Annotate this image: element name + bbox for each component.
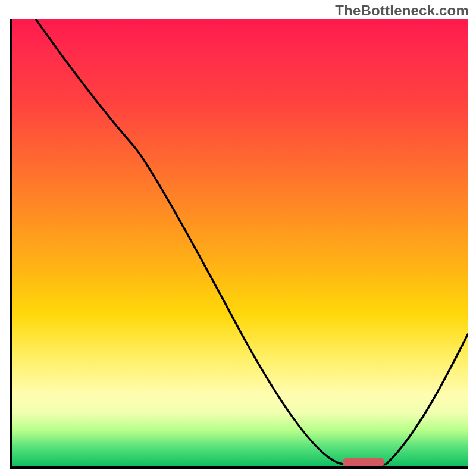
bottleneck-curve (36, 19, 468, 465)
chart-container: TheBottleneck.com (0, 0, 476, 476)
plot-frame (10, 19, 468, 469)
optimal-marker (343, 458, 384, 466)
line-chart-svg (12, 19, 468, 466)
watermark-text: TheBottleneck.com (335, 2, 469, 19)
